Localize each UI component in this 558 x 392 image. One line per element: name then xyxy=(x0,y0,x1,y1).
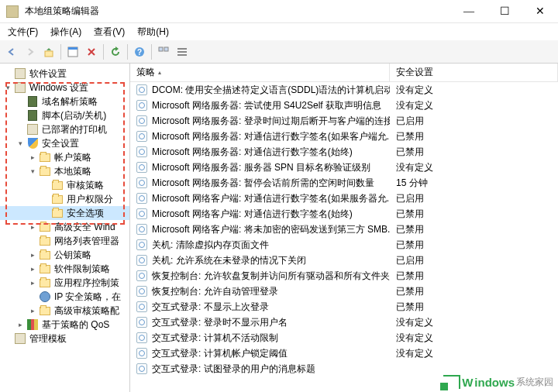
watermark: Windows 系统家园 xyxy=(443,375,553,389)
menu-help[interactable]: 帮助(H) xyxy=(134,24,172,40)
maximize-button[interactable]: ☐ xyxy=(487,0,522,23)
close-button[interactable]: ✕ xyxy=(522,0,558,23)
tree-node[interactable]: 脚本(启动/关机) xyxy=(0,108,129,122)
policy-cell: 交互式登录: 登录时不显示用户名 xyxy=(130,316,390,329)
options-button[interactable] xyxy=(64,43,81,60)
list-row[interactable]: 恢复控制台: 允许自动管理登录已禁用 xyxy=(130,284,558,299)
tree-node-label: 应用程序控制策 xyxy=(54,277,119,290)
list-row[interactable]: 关机: 清除虚拟内存页面文件已禁用 xyxy=(130,237,558,253)
tree-node[interactable]: ▸基于策略的 QoS xyxy=(0,318,129,332)
view-icons-button[interactable] xyxy=(155,43,172,60)
watermark-brand: indows xyxy=(474,376,515,389)
list-row[interactable]: Microsoft 网络服务器: 尝试使用 S4U2Self 获取声明信息没有定… xyxy=(130,98,558,113)
tree-node-label: 已部署的打印机 xyxy=(42,123,107,136)
tree-node[interactable]: 用户权限分 xyxy=(0,192,129,206)
help-button[interactable]: ? xyxy=(131,43,148,60)
list-row[interactable]: 交互式登录: 登录时不显示用户名没有定义 xyxy=(130,315,558,330)
tree-toggle-empty xyxy=(16,111,25,120)
policy-cell: Microsoft 网络客户端: 将未加密的密码发送到第三方 SMB... xyxy=(130,223,390,236)
folder-icon xyxy=(51,179,64,191)
window-controls: — ☐ ✕ xyxy=(451,0,558,23)
expand-icon[interactable]: ▸ xyxy=(28,278,37,287)
tree-pane[interactable]: 软件设置▾Windows 设置域名解析策略脚本(启动/关机)已部署的打印机▾安全… xyxy=(0,64,130,392)
policy-item-icon xyxy=(136,317,147,328)
view-list-button[interactable] xyxy=(174,43,191,60)
column-policy-label: 策略 xyxy=(136,66,155,79)
tree-node[interactable]: ▾本地策略 xyxy=(0,164,129,178)
list-row[interactable]: 交互式登录: 不显示上次登录已禁用 xyxy=(130,299,558,315)
tree-node[interactable]: ▸高级审核策略配 xyxy=(0,304,129,318)
list-row[interactable]: Microsoft 网络客户端: 对通信进行数字签名(始终)已禁用 xyxy=(130,206,558,222)
tree-node[interactable]: 安全选项 xyxy=(0,206,129,220)
refresh-button[interactable] xyxy=(107,43,124,60)
list-row[interactable]: Microsoft 网络服务器: 对通信进行数字签名(如果客户端允...已禁用 xyxy=(130,129,558,144)
list-row[interactable]: DCOM: 使用安全描述符定义语言(SDDL)语法的计算机启动...没有定义 xyxy=(130,82,558,98)
tree-node[interactable]: ▸帐户策略 xyxy=(0,150,129,164)
expand-icon[interactable]: ▸ xyxy=(28,153,37,162)
column-setting-header[interactable]: 安全设置 xyxy=(390,64,558,81)
expand-icon[interactable]: ▸ xyxy=(16,320,25,329)
list-pane: 策略 ▴ 安全设置 DCOM: 使用安全描述符定义语言(SDDL)语法的计算机启… xyxy=(130,64,558,392)
policy-text: DCOM: 使用安全描述符定义语言(SDDL)语法的计算机启动... xyxy=(152,84,390,97)
expand-icon[interactable]: ▸ xyxy=(28,250,37,260)
collapse-icon[interactable]: ▾ xyxy=(16,139,25,148)
toolbar-separator xyxy=(60,44,61,60)
list-row[interactable]: 交互式登录: 计算机不活动限制没有定义 xyxy=(130,330,558,346)
tree-node-label: 管理模板 xyxy=(29,332,67,346)
tree-toggle-empty xyxy=(40,194,50,204)
tree-node[interactable]: 软件设置 xyxy=(0,67,129,81)
policy-text: Microsoft 网络服务器: 对通信进行数字签名(始终) xyxy=(152,146,353,159)
forward-button[interactable] xyxy=(22,43,39,60)
tree-node[interactable]: ▾安全设置 xyxy=(0,136,129,150)
tree-node[interactable]: ▸高级安全 Wind xyxy=(0,220,129,234)
list-row[interactable]: Microsoft 网络客户端: 对通信进行数字签名(如果服务器允...已启用 xyxy=(130,191,558,206)
policy-text: 交互式登录: 试图登录的用户的消息标题 xyxy=(152,363,315,376)
list-row[interactable]: Microsoft 网络服务器: 对通信进行数字签名(始终)已禁用 xyxy=(130,144,558,160)
tree-node[interactable]: IP 安全策略，在 xyxy=(0,290,129,304)
svg-rect-7 xyxy=(177,48,187,50)
list-row[interactable]: 交互式登录: 计算机帐户锁定阈值没有定义 xyxy=(130,346,558,361)
menu-file[interactable]: 文件(F) xyxy=(5,24,41,40)
svg-rect-9 xyxy=(177,54,187,56)
policy-item-icon xyxy=(136,348,147,359)
tree-node[interactable]: ▾Windows 设置 xyxy=(0,81,129,95)
list-row[interactable]: 关机: 允许系统在未登录的情况下关闭已启用 xyxy=(130,253,558,268)
minimize-button[interactable]: — xyxy=(451,0,487,23)
expand-icon[interactable]: ▸ xyxy=(28,264,37,273)
menu-view[interactable]: 查看(V) xyxy=(91,24,128,40)
delete-button[interactable] xyxy=(83,43,100,60)
expand-icon[interactable]: ▸ xyxy=(28,222,37,232)
root-icon xyxy=(26,123,39,136)
up-button[interactable] xyxy=(40,43,57,60)
policy-cell: 关机: 清除虚拟内存页面文件 xyxy=(130,239,390,252)
list-row[interactable]: 恢复控制台: 允许软盘复制并访问所有驱动器和所有文件夹已禁用 xyxy=(130,268,558,284)
tree-node[interactable]: 审核策略 xyxy=(0,178,129,192)
policy-item-icon xyxy=(136,332,147,343)
collapse-icon[interactable]: ▾ xyxy=(28,167,37,176)
list-row[interactable]: Microsoft 网络服务器: 登录时间过期后断开与客户端的连接已启用 xyxy=(130,113,558,129)
menu-bar: 文件(F) 操作(A) 查看(V) 帮助(H) xyxy=(0,23,558,40)
tree-node[interactable]: 域名解析策略 xyxy=(0,95,129,108)
tree-node[interactable]: 管理模板 xyxy=(0,332,129,346)
tree-node-label: 网络列表管理器 xyxy=(54,235,119,248)
tree-node[interactable]: 已部署的打印机 xyxy=(0,122,129,136)
list-row[interactable]: Microsoft 网络客户端: 将未加密的密码发送到第三方 SMB...已禁用 xyxy=(130,222,558,237)
setting-cell: 已禁用 xyxy=(390,146,558,159)
collapse-icon[interactable]: ▾ xyxy=(3,83,12,92)
back-button[interactable] xyxy=(3,43,20,60)
tree-node[interactable]: 网络列表管理器 xyxy=(0,234,129,248)
list-header: 策略 ▴ 安全设置 xyxy=(130,64,558,82)
tree-node[interactable]: ▸软件限制策略 xyxy=(0,262,129,276)
tree-node[interactable]: ▸公钥策略 xyxy=(0,248,129,262)
policy-text: Microsoft 网络服务器: 对通信进行数字签名(如果客户端允... xyxy=(152,130,390,143)
tree-node[interactable]: ▸应用程序控制策 xyxy=(0,276,129,290)
list-body[interactable]: DCOM: 使用安全描述符定义语言(SDDL)语法的计算机启动...没有定义Mi… xyxy=(130,82,558,392)
list-row[interactable]: Microsoft 网络服务器: 服务器 SPN 目标名称验证级别没有定义 xyxy=(130,160,558,175)
list-row[interactable]: Microsoft 网络服务器: 暂停会话前所需的空闲时间数量15 分钟 xyxy=(130,175,558,191)
list-row[interactable]: 交互式登录: 试图登录的用户的消息标题 xyxy=(130,361,558,377)
folder-icon xyxy=(39,221,51,233)
expand-icon[interactable]: ▸ xyxy=(28,306,37,315)
column-policy-header[interactable]: 策略 ▴ xyxy=(130,64,390,81)
menu-action[interactable]: 操作(A) xyxy=(47,24,84,40)
policy-text: Microsoft 网络服务器: 登录时间过期后断开与客户端的连接 xyxy=(152,115,390,128)
